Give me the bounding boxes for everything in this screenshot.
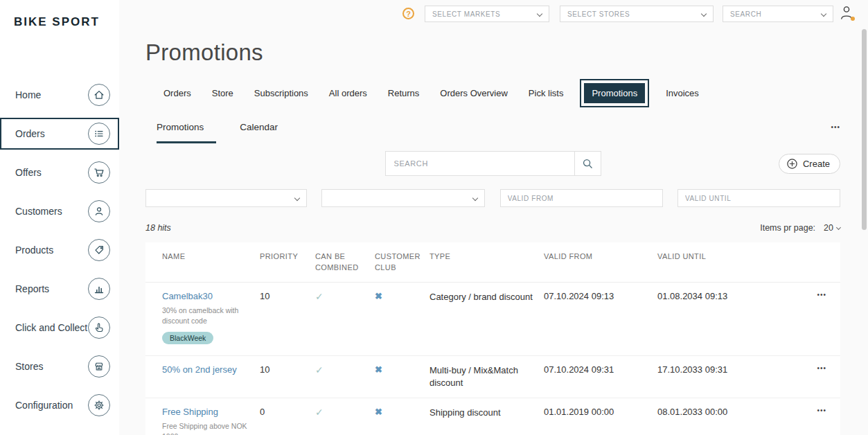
- create-button[interactable]: Create: [779, 154, 840, 174]
- stores-select[interactable]: SELECT STORES: [560, 6, 714, 22]
- priority-value: 0: [260, 407, 315, 417]
- valid-from-value: 07.10.2024 09:13: [544, 291, 657, 301]
- sidebar-item-stores[interactable]: Stores: [0, 350, 119, 382]
- vertical-scrollbar[interactable]: [862, 29, 867, 230]
- results-summary-row: 18 hits Items pr page: 20: [145, 223, 840, 233]
- tab-returns[interactable]: Returns: [388, 88, 420, 98]
- sidebar-item-label: Reports: [15, 283, 49, 294]
- items-per-page-select[interactable]: 20: [824, 223, 840, 233]
- row-actions-button[interactable]: •••: [768, 364, 840, 372]
- sidebar-item-label: Click and Collect: [15, 322, 87, 333]
- tab-orders[interactable]: Orders: [163, 88, 191, 98]
- filter-row: [145, 189, 840, 207]
- more-options-icon[interactable]: •••: [831, 123, 840, 131]
- user-account-icon[interactable]: [839, 4, 856, 22]
- chevron-down-icon: [836, 224, 841, 229]
- tab-store[interactable]: Store: [212, 88, 233, 98]
- search-button[interactable]: [575, 151, 601, 176]
- chevron-down-icon: [537, 11, 542, 17]
- customers-icon: [88, 200, 110, 222]
- cross-icon: ✖: [375, 364, 429, 375]
- row-actions-button[interactable]: •••: [768, 291, 840, 299]
- row-actions-button[interactable]: •••: [768, 407, 840, 414]
- markets-select-placeholder: SELECT MARKETS: [432, 10, 500, 18]
- tab-orders-overview[interactable]: Orders Overview: [440, 88, 508, 98]
- column-header-can-be-combined: CAN BE COMBINED: [315, 251, 375, 274]
- plus-circle-icon: [786, 158, 798, 170]
- sidebar-item-label: Stores: [15, 361, 43, 372]
- table-row: Free Shipping Free Shipping above NOK 10…: [145, 398, 840, 435]
- valid-from-input[interactable]: [500, 189, 663, 207]
- promotion-name-link[interactable]: 50% on 2nd jersey: [162, 364, 237, 375]
- check-icon: ✓: [315, 407, 375, 418]
- valid-until-value: 08.01.2033 00:00: [657, 407, 768, 417]
- sidebar-item-click-and-collect[interactable]: Click and Collect: [0, 312, 119, 344]
- sub-tabs: Promotions Calendar •••: [157, 122, 840, 143]
- column-header-type: TYPE: [429, 251, 544, 263]
- sidebar-item-offers[interactable]: Offers: [0, 157, 119, 188]
- hits-count: 18 hits: [145, 223, 171, 233]
- sidebar-item-orders[interactable]: Orders: [0, 118, 119, 150]
- promotion-badge: BlackWeek: [162, 332, 213, 344]
- create-button-label: Create: [803, 159, 830, 169]
- sidebar: BIKE SPORT Home Orders Offers Customers: [0, 0, 119, 435]
- orders-list-icon: [88, 123, 110, 145]
- global-search-placeholder: SEARCH: [730, 10, 761, 18]
- promotion-name-link[interactable]: Free Shipping: [162, 407, 218, 417]
- page-title: Promotions: [145, 39, 840, 66]
- promotion-type: Multi-buy / Mix&Match discount: [429, 364, 544, 389]
- storefront-icon: [88, 355, 110, 378]
- sidebar-item-label: Products: [15, 245, 53, 256]
- sidebar-item-home[interactable]: Home: [0, 79, 119, 111]
- sidebar-item-configuration[interactable]: Configuration: [0, 389, 119, 421]
- home-icon: [88, 84, 110, 106]
- help-icon[interactable]: ?: [402, 8, 414, 19]
- hand-pointer-icon: [88, 317, 110, 339]
- sidebar-item-label: Configuration: [15, 400, 73, 411]
- markets-select[interactable]: SELECT MARKETS: [425, 6, 549, 22]
- promotion-type: Shipping discount: [429, 407, 544, 419]
- filter-type-select[interactable]: [145, 189, 307, 207]
- check-icon: ✓: [315, 364, 375, 375]
- subtab-promotions[interactable]: Promotions: [157, 122, 216, 143]
- promotion-subtitle: 30% on camelback with discount code: [162, 305, 242, 326]
- valid-from-value: 07.10.2024 09:31: [544, 364, 657, 375]
- table-header-row: NAME PRIORITY CAN BE COMBINED CUSTOMER C…: [145, 242, 840, 283]
- column-header-customer-club: CUSTOMER CLUB: [375, 251, 429, 274]
- bar-chart-icon: [88, 278, 110, 300]
- tab-invoices[interactable]: Invoices: [666, 88, 699, 98]
- tag-icon: [88, 239, 110, 261]
- notification-dot: [851, 17, 855, 21]
- sidebar-item-customers[interactable]: Customers: [0, 195, 119, 227]
- sidebar-item-label: Home: [15, 89, 41, 100]
- sidebar-item-reports[interactable]: Reports: [0, 273, 119, 305]
- tab-pick-lists[interactable]: Pick lists: [529, 88, 564, 98]
- tab-promotions[interactable]: Promotions: [584, 83, 645, 103]
- sidebar-item-label: Offers: [15, 167, 42, 178]
- priority-value: 10: [260, 291, 315, 301]
- sidebar-item-products[interactable]: Products: [0, 234, 119, 266]
- items-per-page-value: 20: [824, 223, 833, 233]
- valid-from-value: 01.01.2019 00:00: [544, 407, 657, 417]
- tab-all-orders[interactable]: All orders: [329, 88, 367, 98]
- global-search-select[interactable]: SEARCH: [723, 6, 833, 22]
- search-icon: [582, 158, 594, 170]
- promotions-table: NAME PRIORITY CAN BE COMBINED CUSTOMER C…: [145, 242, 840, 435]
- search-row: Create: [145, 151, 840, 176]
- gear-icon: [88, 394, 110, 416]
- promotion-name-link[interactable]: Camelbak30: [162, 291, 213, 301]
- help-glyph: ?: [406, 10, 411, 18]
- filter-status-select[interactable]: [321, 189, 485, 207]
- main-content: Promotions Orders Store Subscriptions Al…: [119, 0, 868, 435]
- promotion-subtitle: Free Shipping above NOK 1000: [162, 421, 253, 435]
- stores-select-placeholder: SELECT STORES: [567, 10, 630, 18]
- column-header-valid-until: VALID UNTIL: [657, 251, 768, 263]
- valid-until-input[interactable]: [677, 189, 840, 207]
- search-input[interactable]: [385, 151, 575, 176]
- chevron-down-icon: [472, 195, 478, 201]
- subtab-calendar[interactable]: Calendar: [240, 122, 278, 141]
- tab-subscriptions[interactable]: Subscriptions: [254, 88, 308, 98]
- chevron-down-icon: [294, 195, 300, 201]
- valid-until-value: 17.10.2033 09:31: [657, 364, 768, 375]
- sidebar-nav: Home Orders Offers Customers Products: [0, 79, 119, 421]
